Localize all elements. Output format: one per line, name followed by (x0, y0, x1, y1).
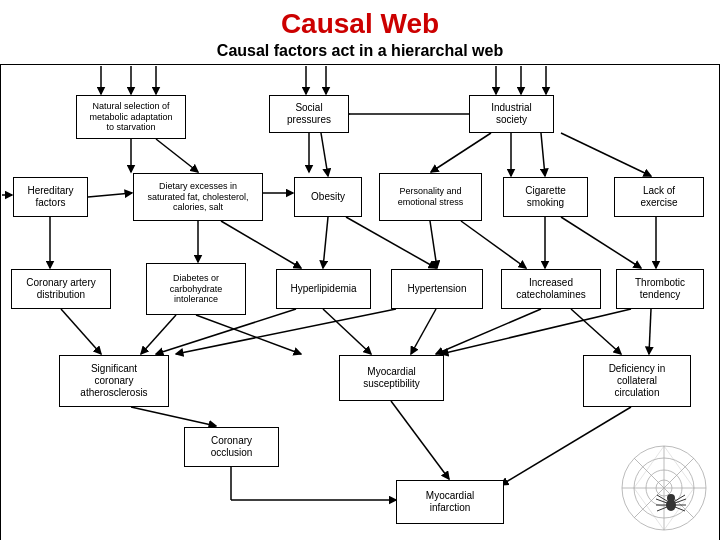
svg-line-33 (391, 401, 449, 479)
box-hypertension: Hypertension (391, 269, 483, 309)
box-myocardial-infarction: Myocardialinfarction (396, 480, 504, 524)
svg-point-59 (667, 494, 675, 502)
box-myocardial-susceptibility: Myocardialsusceptibility (339, 355, 444, 401)
box-industrial-society: Industrialsociety (469, 95, 554, 133)
svg-line-29 (571, 309, 621, 354)
box-dietary-excesses: Dietary excesses insaturated fat, choles… (133, 173, 263, 221)
svg-line-23 (196, 315, 301, 354)
svg-line-32 (131, 407, 216, 426)
box-thrombotic-tendency: Thrombotictendency (616, 269, 704, 309)
svg-line-21 (61, 309, 101, 354)
diagram-container: Natural selection ofmetabolic adaptation… (0, 64, 720, 540)
subtitle: Causal factors act in a hierarchal web (0, 42, 720, 60)
svg-line-28 (436, 309, 541, 354)
svg-line-7 (561, 133, 651, 176)
svg-line-27 (176, 309, 396, 354)
svg-line-15 (346, 217, 436, 268)
box-coronary-artery: Coronary arterydistribution (11, 269, 111, 309)
svg-line-10 (88, 193, 132, 197)
spider-web-decoration (619, 443, 709, 533)
svg-line-26 (411, 309, 436, 354)
box-deficiency-collateral: Deficiency incollateralcirculation (583, 355, 691, 407)
svg-line-6 (541, 133, 545, 176)
svg-line-3 (321, 133, 328, 176)
box-social-pressures: Socialpressures (269, 95, 349, 133)
box-significant-coronary: Significantcoronaryatherosclerosis (59, 355, 169, 407)
box-diabetes: Diabetes orcarbohydrateintolerance (146, 263, 246, 315)
svg-line-12 (221, 221, 301, 268)
svg-line-24 (156, 309, 296, 354)
svg-line-1 (156, 139, 198, 172)
svg-line-17 (461, 221, 526, 268)
svg-line-16 (430, 221, 437, 268)
svg-line-63 (657, 507, 667, 511)
box-cigarette-smoking: Cigarettesmoking (503, 177, 588, 217)
box-increased-catecholamines: Increasedcatecholamines (501, 269, 601, 309)
box-lack-exercise: Lack ofexercise (614, 177, 704, 217)
svg-line-22 (141, 315, 176, 354)
box-natural-selection: Natural selection ofmetabolic adaptation… (76, 95, 186, 139)
svg-line-14 (323, 217, 328, 268)
box-hereditary-factors: Hereditaryfactors (13, 177, 88, 217)
box-personality-stress: Personality andemotional stress (379, 173, 482, 221)
svg-line-25 (323, 309, 371, 354)
box-coronary-occlusion: Coronaryocclusion (184, 427, 279, 467)
svg-line-34 (501, 407, 631, 485)
box-obesity: Obesity (294, 177, 362, 217)
box-hyperlipidemia: Hyperlipidemia (276, 269, 371, 309)
page-title: Causal Web (0, 0, 720, 40)
svg-line-31 (441, 309, 631, 354)
svg-line-8 (431, 133, 491, 172)
svg-line-30 (649, 309, 651, 354)
svg-line-19 (561, 217, 641, 268)
